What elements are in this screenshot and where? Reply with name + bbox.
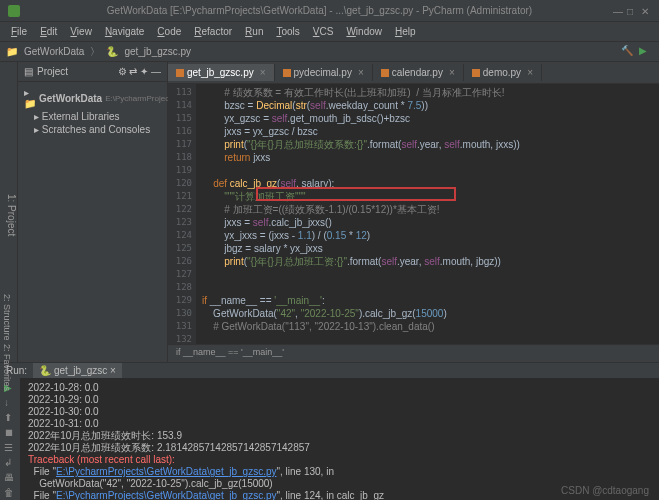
menu-window[interactable]: Window bbox=[341, 24, 387, 39]
project-tool-window: ▤Project⚙ ⇄ ✦ — ▸ 📁 GetWorkData E:\Pycha… bbox=[18, 62, 168, 362]
stop-icon[interactable]: ↓ bbox=[4, 397, 16, 409]
console-output[interactable]: 2022-10-28: 0.0 2022-10-29: 0.0 2022-10-… bbox=[20, 378, 659, 500]
close-icon[interactable]: ✕ bbox=[641, 6, 651, 16]
run-toolbar: ▶ ↓ ⬆ ⏹ ☰ ↲ 🖶 🗑 bbox=[0, 378, 20, 500]
close-icon: × bbox=[527, 67, 533, 78]
window-title: GetWorkData [E:\PycharmProjects\GetWorkD… bbox=[26, 5, 613, 16]
run-header: Run: 🐍 get_jb_gzsc × bbox=[0, 363, 659, 378]
breadcrumb-project[interactable]: GetWorkData bbox=[24, 46, 84, 57]
navigation-bar: 📁 GetWorkData 〉 🐍 get_jb_gzsc.py 🔨 ▶ bbox=[0, 42, 659, 62]
code[interactable]: # 绩效系数 = 有效工作时长(出上班和加班) / 当月标准工作时长! bzsc… bbox=[196, 84, 659, 344]
trash-icon[interactable]: 🗑 bbox=[4, 487, 16, 499]
editor-tab[interactable]: calendar.py× bbox=[373, 64, 464, 81]
project-tree[interactable]: ▸ 📁 GetWorkData E:\PycharmProjects\GetWo… bbox=[18, 82, 167, 140]
run-tab[interactable]: 🐍 get_jb_gzsc × bbox=[33, 363, 122, 378]
menu-run[interactable]: Run bbox=[240, 24, 268, 39]
tree-item[interactable]: ▸ 📁 GetWorkData E:\PycharmProjects\GetWo… bbox=[20, 86, 165, 110]
minimize-icon[interactable]: — bbox=[613, 6, 623, 16]
window-controls: — □ ✕ bbox=[613, 6, 651, 16]
build-icon[interactable]: 🔨 bbox=[621, 45, 635, 59]
editor-tab[interactable]: demo.py× bbox=[464, 64, 542, 81]
folder-icon: 📁 bbox=[6, 46, 18, 57]
app-icon bbox=[8, 5, 20, 17]
favorites-tab[interactable]: 2: Favorites bbox=[0, 340, 14, 395]
menu-navigate[interactable]: Navigate bbox=[100, 24, 149, 39]
up-icon[interactable]: ⬆ bbox=[4, 412, 16, 424]
menu-help[interactable]: Help bbox=[390, 24, 421, 39]
run-icon[interactable]: ▶ bbox=[639, 45, 653, 59]
menu-edit[interactable]: Edit bbox=[35, 24, 62, 39]
tree-item[interactable]: ▸ Scratches and Consoles bbox=[20, 123, 165, 136]
menubar: FileEditViewNavigateCodeRefactorRunTools… bbox=[0, 22, 659, 42]
close-icon: × bbox=[449, 67, 455, 78]
maximize-icon[interactable]: □ bbox=[627, 6, 637, 16]
gutter: 113 114 115 116 117 118 119 120 121 122 … bbox=[168, 84, 196, 344]
close-icon: × bbox=[358, 67, 364, 78]
main-area: 1: Project ▤Project⚙ ⇄ ✦ — ▸ 📁 GetWorkDa… bbox=[0, 62, 659, 362]
menu-tools[interactable]: Tools bbox=[271, 24, 304, 39]
editor[interactable]: 113 114 115 116 117 118 119 120 121 122 … bbox=[168, 84, 659, 344]
menu-view[interactable]: View bbox=[65, 24, 97, 39]
editor-tab[interactable]: get_jb_gzsc.py× bbox=[168, 64, 275, 81]
filter-icon[interactable]: ⏹ bbox=[4, 427, 16, 439]
print-icon[interactable]: ☰ bbox=[4, 442, 16, 454]
menu-vcs[interactable]: VCS bbox=[308, 24, 339, 39]
editor-area: get_jb_gzsc.py×pydecimal.py×calendar.py×… bbox=[168, 62, 659, 362]
menu-code[interactable]: Code bbox=[152, 24, 186, 39]
titlebar: GetWorkData [E:\PycharmProjects\GetWorkD… bbox=[0, 0, 659, 22]
run-tool-window: Run: 🐍 get_jb_gzsc × ▶ ↓ ⬆ ⏹ ☰ ↲ 🖶 🗑 202… bbox=[0, 362, 659, 500]
menu-file[interactable]: File bbox=[6, 24, 32, 39]
breadcrumb-file[interactable]: get_jb_gzsc.py bbox=[124, 46, 191, 57]
scroll-icon[interactable]: 🖶 bbox=[4, 472, 16, 484]
tree-item[interactable]: ▸ External Libraries bbox=[20, 110, 165, 123]
close-icon: × bbox=[260, 67, 266, 78]
editor-breadcrumb[interactable]: if __name__ == '__main__' bbox=[168, 344, 659, 362]
python-file-icon: 🐍 bbox=[106, 46, 118, 57]
editor-tab[interactable]: pydecimal.py× bbox=[275, 64, 373, 81]
structure-tab[interactable]: 2: Structure bbox=[0, 290, 14, 345]
editor-tabs: get_jb_gzsc.py×pydecimal.py×calendar.py×… bbox=[168, 62, 659, 84]
project-header: ▤Project⚙ ⇄ ✦ — bbox=[18, 62, 167, 82]
watermark: CSDN @cdtaogang bbox=[561, 485, 649, 496]
menu-refactor[interactable]: Refactor bbox=[189, 24, 237, 39]
wrap-icon[interactable]: ↲ bbox=[4, 457, 16, 469]
